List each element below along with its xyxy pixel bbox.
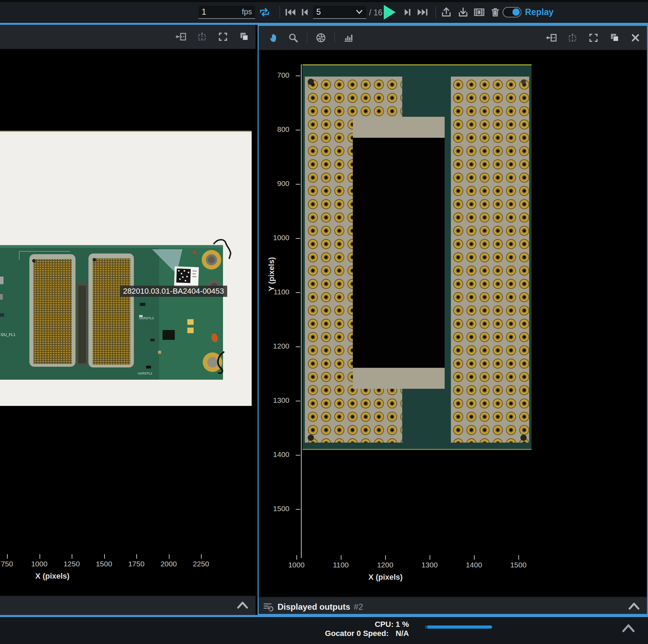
aperture-icon[interactable]	[315, 32, 327, 44]
center-view-icon[interactable]	[196, 31, 208, 43]
status-expand-icon[interactable]	[621, 623, 636, 633]
frame-select[interactable]: 5	[313, 6, 366, 19]
left-panel-footer	[0, 595, 255, 615]
loop-icon[interactable]	[259, 6, 271, 18]
board-silkscreen: I2U_FL1	[1, 332, 15, 337]
y-axis-line	[301, 64, 302, 558]
gocator-speed-label: Gocator 0 Speed:	[325, 629, 389, 638]
step-back-icon[interactable]	[300, 6, 310, 18]
left-image-panel: I2U_FL1 UGRSTL3 UGRSTL2 282010.03.01-BA2…	[0, 25, 255, 615]
right-plot-area[interactable]: 700800900100011001200130014001500 100011…	[259, 50, 647, 596]
cpu-usage-bar	[425, 625, 492, 629]
frame-total-label: / 16	[369, 8, 382, 17]
fit-view-icon[interactable]	[546, 32, 557, 44]
fullscreen-icon[interactable]	[217, 31, 229, 43]
workspace: I2U_FL1 UGRSTL3 UGRSTL2 282010.03.01-BA2…	[0, 25, 648, 615]
left-panel-toolbar	[0, 25, 255, 49]
image-annotation-label: 282010.03.01-BA2404-00453	[120, 286, 227, 297]
cpu-usage-label: CPU: 1 %	[325, 620, 409, 629]
left-plot-area[interactable]: I2U_FL1 UGRSTL3 UGRSTL2 282010.03.01-BA2…	[0, 49, 255, 595]
fps-unit-label: fps	[242, 7, 252, 16]
download-icon[interactable]	[457, 6, 469, 18]
outputs-icon	[263, 602, 274, 612]
trash-icon[interactable]	[489, 6, 501, 18]
collapse-icon[interactable]	[236, 600, 249, 609]
frame-value: 5	[316, 7, 321, 17]
cascade-icon[interactable]	[238, 31, 250, 43]
right-image-panel: 700800900100011001200130014001500 100011…	[258, 25, 648, 615]
collapse-icon[interactable]	[627, 601, 641, 610]
skip-start-icon[interactable]	[285, 6, 296, 18]
cascade-icon[interactable]	[609, 32, 620, 44]
zoom-icon[interactable]	[287, 32, 299, 44]
toolbar-separator	[280, 6, 280, 18]
fullscreen-icon[interactable]	[588, 32, 599, 44]
pan-hand-icon[interactable]	[268, 32, 280, 44]
cpu-usage-fill	[425, 625, 427, 629]
playback-toolbar: 1 fps 5 / 16	[0, 2, 648, 23]
toolbar-separator	[435, 6, 436, 18]
replay-toggle[interactable]	[503, 7, 521, 17]
board-silkscreen: UGRSTL2	[138, 372, 152, 375]
displayed-outputs-count: #2	[354, 602, 363, 612]
fps-input[interactable]: 1 fps	[199, 6, 255, 19]
replay-toggle-knob	[512, 8, 520, 16]
histogram-icon[interactable]	[343, 32, 354, 44]
right-panel-toolbar	[259, 26, 647, 50]
replay-mode-label: Replay	[525, 7, 554, 17]
skip-end-icon[interactable]	[417, 6, 429, 18]
upload-icon[interactable]	[440, 6, 452, 18]
left-x-axis-title: X (pixels)	[35, 572, 70, 581]
chevron-down-icon	[355, 9, 363, 15]
step-forward-icon[interactable]	[403, 6, 412, 18]
status-bar: CPU: 1 % Gocator 0 Speed: N/A	[0, 617, 648, 644]
gocator-speed-row: Gocator 0 Speed: N/A	[325, 629, 409, 638]
displayed-outputs-bar[interactable]: Displayed outputs #2	[259, 596, 647, 615]
fps-value: 1	[202, 7, 206, 17]
right-x-axis-title: X (pixels)	[368, 573, 403, 582]
film-icon[interactable]	[473, 6, 485, 18]
fit-view-icon[interactable]	[175, 31, 187, 43]
close-icon[interactable]	[629, 32, 641, 44]
board-silkscreen: UGRSTL3	[139, 316, 154, 320]
gocator-speed-value: N/A	[396, 629, 409, 638]
displayed-outputs-label: Displayed outputs	[278, 602, 350, 612]
play-icon[interactable]	[382, 4, 397, 20]
right-y-axis-title: Y (pixels)	[267, 257, 276, 291]
gocator-replay-app: { "top_toolbar": { "fps_value": "1", "fp…	[0, 0, 648, 644]
right-plot-image	[259, 50, 647, 596]
left-plot-image: I2U_FL1 UGRSTL3 UGRSTL2	[0, 49, 255, 595]
center-view-icon[interactable]	[567, 32, 578, 44]
